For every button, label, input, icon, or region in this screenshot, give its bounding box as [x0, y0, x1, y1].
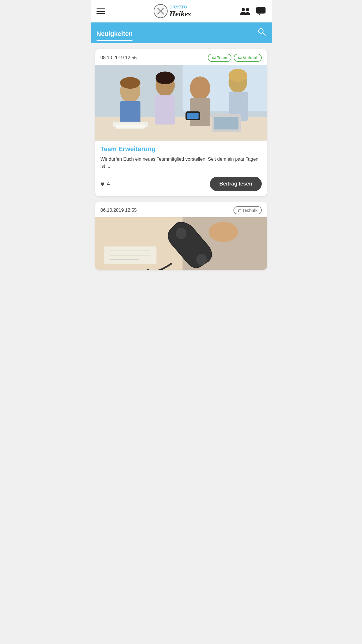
svg-line-8 — [263, 33, 265, 35]
nav-tabs: Neuigkeiten — [96, 25, 139, 41]
likes-count-1: 4 — [107, 181, 110, 187]
tag-verkauf-label: Verkauf — [243, 55, 258, 60]
post-image-svg-1 — [95, 65, 267, 141]
read-button-1[interactable]: Beitrag lesen — [210, 177, 261, 191]
content-area: 08.10.2019 12:55 🏷 Team 🏷 Verkauf — [91, 43, 272, 276]
post-excerpt-1: Wir dürfen Euch ein neues Teammitglied v… — [101, 156, 262, 170]
post-header-2: 06.10.2019 12:55 🏷 Technik — [95, 202, 267, 217]
post-card-2: 06.10.2019 12:55 🏷 Technik — [95, 202, 267, 270]
post-footer-1: ♥ 4 Beitrag lesen — [95, 173, 267, 196]
logo-text: elektro Heikes — [169, 4, 191, 18]
hamburger-menu[interactable] — [96, 8, 105, 14]
svg-point-16 — [190, 77, 210, 100]
post-date-1: 08.10.2019 12:55 — [101, 55, 137, 60]
nav-search-button[interactable] — [258, 22, 266, 43]
svg-rect-23 — [187, 113, 198, 119]
svg-rect-21 — [214, 117, 238, 130]
post-likes-1: ♥ 4 — [101, 180, 110, 188]
tag-technik-icon: 🏷 — [238, 208, 241, 213]
svg-point-33 — [196, 254, 207, 265]
hamburger-line-1 — [96, 8, 105, 9]
hamburger-line-2 — [96, 11, 105, 12]
logo-elektro: elektro — [169, 4, 191, 10]
tag-team[interactable]: 🏷 Team — [208, 54, 231, 62]
svg-point-4 — [246, 8, 249, 11]
nav-bar: Neuigkeiten — [91, 22, 272, 43]
app-header: elektro Heikes — [91, 0, 272, 22]
people-icon[interactable] — [240, 7, 251, 15]
svg-point-3 — [242, 8, 245, 11]
search-icon — [258, 28, 266, 36]
post-body-1: Team Erweiterung Wir dürfen Euch ein neu… — [95, 141, 267, 173]
tag-verkauf[interactable]: 🏷 Verkauf — [234, 54, 262, 62]
svg-point-25 — [155, 72, 175, 85]
svg-rect-15 — [155, 95, 175, 125]
svg-point-38 — [209, 222, 238, 242]
post-date-2: 06.10.2019 12:55 — [101, 208, 137, 213]
header-actions — [240, 7, 266, 15]
post-image-1 — [95, 65, 267, 141]
post-tags-2: 🏷 Technik — [233, 206, 262, 214]
logo-icon — [154, 4, 168, 18]
tag-technik-label: Technik — [242, 208, 258, 213]
post-card-1: 08.10.2019 12:55 🏷 Team 🏷 Verkauf — [95, 49, 267, 196]
logo: elektro Heikes — [154, 4, 191, 18]
tag-verkauf-icon: 🏷 — [238, 56, 242, 60]
post-title-1: Team Erweiterung — [101, 145, 262, 153]
svg-point-32 — [176, 228, 186, 239]
svg-point-26 — [229, 69, 247, 82]
post-image-2 — [95, 217, 267, 270]
tag-team-icon: 🏷 — [212, 56, 216, 60]
svg-rect-5 — [256, 7, 266, 14]
svg-point-24 — [120, 77, 140, 89]
post-image-svg-2 — [95, 217, 267, 270]
tag-technik[interactable]: 🏷 Technik — [233, 206, 262, 214]
svg-rect-28 — [115, 125, 145, 129]
chat-icon[interactable] — [256, 7, 266, 15]
svg-marker-6 — [258, 14, 260, 16]
heart-icon-1[interactable]: ♥ — [101, 180, 105, 188]
hamburger-line-3 — [96, 13, 105, 14]
tab-neuigkeiten[interactable]: Neuigkeiten — [96, 25, 139, 41]
tag-team-label: Team — [217, 55, 227, 60]
post-tags-1: 🏷 Team 🏷 Verkauf — [208, 54, 261, 62]
logo-heikes: Heikes — [169, 10, 191, 18]
post-header-1: 08.10.2019 12:55 🏷 Team 🏷 Verkauf — [95, 49, 267, 65]
